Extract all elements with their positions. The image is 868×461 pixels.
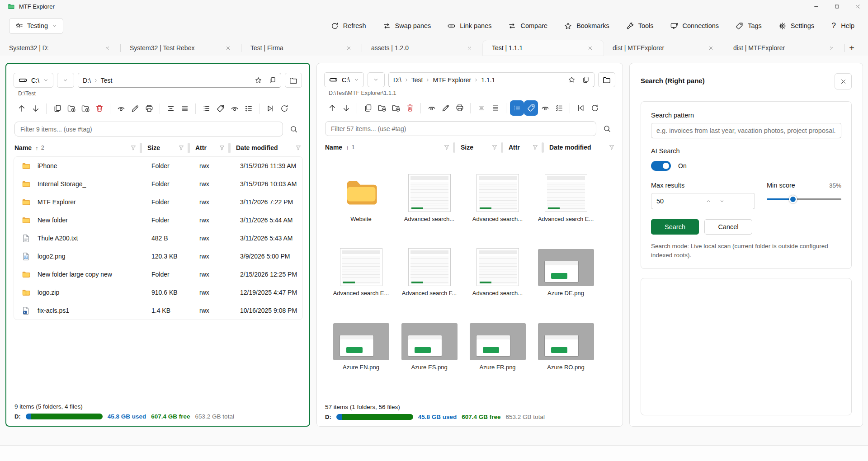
file-row[interactable]: Thule A200.txt482 Brwx3/11/2026 5:43 AM (14, 229, 302, 247)
tab-6[interactable]: dist | MTFExplorer (604, 40, 724, 56)
file-row[interactable]: logo2.png120.3 KBrwx3/9/2026 5:00 PM (14, 247, 302, 265)
grid-item[interactable]: Azure ES.png (395, 310, 463, 384)
ai-search-toggle[interactable] (651, 161, 671, 171)
comfortable-spacing-button[interactable] (178, 101, 192, 116)
selection-list-button[interactable] (552, 100, 566, 116)
breadcrumb-segment[interactable]: Test (411, 76, 423, 84)
navigate-up-button[interactable] (325, 100, 339, 116)
file-row[interactable]: logo.zip910.6 KBrwx12/19/2025 4:47 PM (14, 283, 302, 301)
filter-funnel-icon[interactable] (532, 144, 539, 151)
min-score-slider[interactable] (767, 195, 841, 204)
tab-7[interactable]: dist | MTFExplorer (724, 40, 845, 56)
tools-button[interactable]: Tools (626, 22, 654, 30)
grid-item[interactable]: Advanced search... (463, 161, 532, 235)
favorite-star-icon[interactable] (255, 76, 262, 84)
print-button[interactable] (453, 100, 467, 116)
grid-item[interactable]: Azure DE.png (532, 235, 600, 310)
swap-panes-button[interactable]: Swap panes (382, 22, 431, 30)
help-button[interactable]: ?Help (830, 21, 854, 30)
connections-button[interactable]: Connections (670, 22, 719, 30)
follow-other-pane-button[interactable] (574, 100, 588, 116)
filter-input[interactable] (325, 121, 596, 136)
copy-path-icon[interactable] (269, 76, 276, 84)
file-row[interactable]: New folderFolderrwx3/11/2026 5:44 AM (14, 211, 302, 229)
filter-search-button[interactable] (286, 122, 302, 136)
refresh-pane-button[interactable] (277, 101, 291, 116)
rename-button[interactable] (439, 100, 453, 116)
grid-item[interactable]: Azure RO.png (532, 310, 600, 384)
copy-button[interactable] (361, 100, 375, 116)
close-tab-icon[interactable] (105, 46, 110, 51)
browse-folder-button[interactable] (285, 73, 302, 88)
tab-1[interactable]: System32 | D: (0, 40, 121, 56)
link-panes-button[interactable]: Link panes (447, 22, 491, 30)
filter-funnel-icon[interactable] (491, 144, 498, 151)
copy-path-icon[interactable] (582, 76, 590, 84)
rename-button[interactable] (128, 101, 142, 116)
tab-3[interactable]: Test | Firma (241, 40, 362, 56)
tab-2[interactable]: System32 | Test Rebex (121, 40, 241, 56)
search-button[interactable]: Search (651, 219, 699, 235)
comfortable-spacing-button[interactable] (488, 100, 502, 116)
file-row[interactable]: Internal Storage_Folderrwx3/15/2026 10:0… (14, 175, 302, 193)
selection-list-button[interactable] (241, 101, 255, 116)
close-tab-icon[interactable] (829, 46, 834, 51)
favorite-star-icon[interactable] (568, 76, 576, 84)
close-tab-icon[interactable] (708, 46, 713, 51)
list-view-button[interactable] (199, 101, 213, 116)
filter-funnel-icon[interactable] (608, 144, 615, 151)
close-tab-icon[interactable] (226, 46, 231, 51)
filter-input[interactable] (14, 122, 283, 136)
settings-button[interactable]: Settings (778, 22, 814, 30)
breadcrumb-segment[interactable]: MTF Explorer (433, 76, 471, 84)
file-row[interactable]: MTF ExplorerFolderrwx3/11/2026 7:22 PM (14, 193, 302, 211)
tags-button[interactable]: Tags (735, 22, 762, 30)
file-row[interactable]: fix-acls.ps11.4 KBrwx10/16/2025 9:08 PM (14, 301, 302, 320)
close-search-panel-button[interactable] (835, 73, 852, 89)
breadcrumb-segment[interactable]: 1.1.1 (481, 76, 495, 84)
move-to-folder-button[interactable] (64, 101, 78, 116)
list-view-button-active[interactable] (510, 100, 524, 116)
filter-funnel-icon[interactable] (218, 144, 226, 151)
show-hidden-button[interactable] (538, 100, 552, 116)
column-resize-handle[interactable] (140, 143, 142, 153)
breadcrumb[interactable]: D:\ Test (78, 73, 281, 88)
breadcrumb[interactable]: D:\ Test MTF Explorer 1.1.1 (388, 72, 594, 87)
slider-thumb[interactable] (789, 195, 797, 203)
drive-selector[interactable]: C:\ (324, 72, 364, 87)
move-to-folder-button[interactable] (375, 100, 389, 116)
column-resize-handle[interactable] (453, 142, 455, 153)
print-button[interactable] (142, 101, 156, 116)
compact-spacing-button[interactable] (474, 100, 488, 116)
preview-button[interactable] (425, 100, 439, 116)
grid-item[interactable]: Website (327, 161, 395, 235)
close-tab-icon[interactable] (588, 46, 593, 51)
new-folder-button[interactable] (78, 101, 92, 116)
grid-item[interactable]: Advanced search... (395, 161, 463, 235)
filter-funnel-icon[interactable] (178, 144, 185, 151)
tag-view-button-active[interactable] (524, 100, 538, 116)
tab-4[interactable]: assets | 1.2.0 (362, 40, 483, 56)
column-resize-handle[interactable] (501, 142, 503, 153)
drive-selector[interactable]: C:\ (14, 73, 53, 88)
navigate-down-button[interactable] (339, 100, 353, 116)
grid-item[interactable]: Azure EN.png (327, 310, 395, 384)
column-name[interactable]: Name ↑ 2 (14, 143, 147, 153)
search-pattern-input[interactable] (651, 123, 841, 138)
breadcrumb-segment[interactable]: D:\ (393, 76, 401, 84)
maximize-button[interactable] (826, 0, 847, 13)
column-resize-handle[interactable] (542, 142, 544, 153)
navigate-up-button[interactable] (14, 101, 28, 116)
breadcrumb-segment[interactable]: D:\ (83, 77, 91, 84)
filter-funnel-icon[interactable] (130, 144, 137, 151)
grid-item[interactable]: Advanced search E... (532, 161, 600, 235)
quick-access-dropdown[interactable]: Testing (9, 18, 63, 34)
preview-button[interactable] (114, 101, 128, 116)
path-history-dropdown[interactable] (57, 73, 74, 88)
column-size[interactable]: Size (461, 142, 509, 153)
grid-item[interactable]: Advanced search E... (327, 235, 395, 310)
column-attr[interactable]: Attr (509, 142, 549, 153)
delete-button[interactable] (92, 101, 106, 116)
copy-button[interactable] (50, 101, 64, 116)
max-results-input[interactable] (656, 198, 702, 205)
